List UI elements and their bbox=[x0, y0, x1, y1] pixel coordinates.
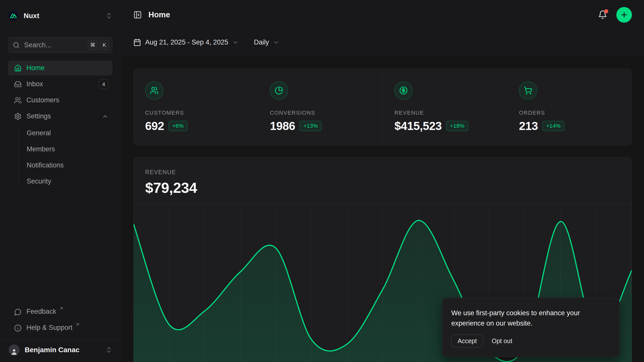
revenue-value: $79,234 bbox=[145, 179, 620, 196]
chevrons-up-down-icon bbox=[105, 346, 112, 353]
external-link-icon bbox=[75, 322, 80, 327]
header-actions bbox=[598, 7, 632, 23]
inbox-icon bbox=[14, 80, 22, 88]
optout-cookies-button[interactable]: Opt out bbox=[491, 335, 513, 347]
stat-delta-badge: +14% bbox=[542, 121, 564, 131]
workspace-switcher[interactable]: Nuxt bbox=[8, 6, 112, 26]
add-button[interactable] bbox=[616, 7, 632, 23]
date-range-label: Aug 21, 2025 - Sep 4, 2025 bbox=[145, 38, 228, 46]
sidebar-item-label: Settings bbox=[26, 112, 97, 120]
stat-delta-badge: +6% bbox=[169, 121, 187, 131]
chevrons-up-down-icon bbox=[105, 12, 112, 19]
accept-cookies-button[interactable]: Accept bbox=[451, 335, 483, 347]
user-menu[interactable]: Benjamin Canac bbox=[8, 339, 112, 362]
nuxt-logo-icon bbox=[8, 11, 19, 21]
chart-pie-icon bbox=[270, 81, 288, 100]
message-bubble-icon bbox=[14, 308, 22, 316]
chevron-down-icon bbox=[273, 39, 279, 46]
sidebar-item-notifications[interactable]: Notifications bbox=[27, 158, 112, 173]
circle-dollar-icon bbox=[394, 81, 413, 100]
stat-value: 213 bbox=[519, 119, 538, 133]
stat-delta-badge: +13% bbox=[300, 121, 321, 131]
plus-icon bbox=[620, 11, 628, 19]
cookie-actions: Accept Opt out bbox=[451, 335, 610, 347]
sidebar-item-feedback[interactable]: Feedback bbox=[8, 305, 112, 320]
sidebar-item-home[interactable]: Home bbox=[8, 61, 112, 75]
gear-icon bbox=[14, 113, 22, 120]
user-name: Benjamin Canac bbox=[25, 346, 100, 354]
revenue-card-header: REVENUE $79,234 bbox=[134, 157, 632, 196]
external-link-icon bbox=[59, 306, 64, 311]
app-root: Nuxt Search... ⌘ K Home bbox=[0, 0, 644, 362]
sidebar-item-settings[interactable]: Settings bbox=[8, 109, 112, 124]
search-input[interactable]: Search... ⌘ K bbox=[8, 37, 112, 53]
search-placeholder: Search... bbox=[24, 41, 83, 49]
kbd-key: K bbox=[100, 40, 109, 50]
stat-revenue[interactable]: REVENUE $415,523 +18% bbox=[383, 69, 507, 145]
stat-orders[interactable]: ORDERS 213 +14% bbox=[507, 69, 632, 145]
sidebar-footer: Feedback Help & Support bbox=[8, 305, 112, 336]
settings-subnav: General Members Notifications Security bbox=[18, 126, 112, 189]
sidebar-item-label: Help & Support bbox=[26, 324, 72, 332]
revenue-label: REVENUE bbox=[145, 169, 620, 176]
chevron-up-icon bbox=[102, 113, 108, 120]
workspace-name: Nuxt bbox=[24, 12, 100, 20]
stat-customers[interactable]: CUSTOMERS 692 +6% bbox=[134, 69, 258, 145]
granularity-label: Daily bbox=[254, 38, 269, 46]
user-avatar bbox=[9, 344, 20, 355]
stat-label: REVENUE bbox=[394, 110, 496, 116]
sidebar-item-label: Inbox bbox=[26, 80, 94, 88]
page-title: Home bbox=[148, 10, 598, 19]
stat-label: CUSTOMERS bbox=[145, 110, 247, 116]
date-range-picker[interactable]: Aug 21, 2025 - Sep 4, 2025 bbox=[133, 38, 239, 46]
sidebar-item-general[interactable]: General bbox=[27, 126, 112, 141]
granularity-select[interactable]: Daily bbox=[254, 38, 279, 46]
info-circle-icon bbox=[14, 324, 22, 332]
stat-delta-badge: +18% bbox=[446, 121, 468, 131]
sidebar: Nuxt Search... ⌘ K Home bbox=[0, 0, 120, 362]
kbd-meta: ⌘ bbox=[88, 40, 98, 50]
stat-value: 1986 bbox=[270, 119, 295, 133]
stat-value: $415,523 bbox=[394, 119, 442, 133]
users-icon bbox=[145, 81, 163, 100]
cookie-message: We use first-party cookies to enhance yo… bbox=[451, 308, 602, 329]
stat-label: ORDERS bbox=[519, 110, 620, 116]
stats-summary-card: CUSTOMERS 692 +6% CONVERSIONS 1986 +13% bbox=[133, 69, 632, 145]
notification-dot bbox=[604, 9, 608, 13]
search-icon bbox=[13, 42, 20, 49]
sidebar-item-help-support[interactable]: Help & Support bbox=[8, 321, 112, 336]
search-shortcut: ⌘ K bbox=[88, 40, 109, 50]
sidebar-item-label: Customers bbox=[26, 96, 108, 104]
cookie-consent-toast: We use first-party cookies to enhance yo… bbox=[442, 298, 620, 357]
sidebar-item-security[interactable]: Security bbox=[27, 174, 112, 189]
users-icon bbox=[14, 97, 22, 104]
stat-label: CONVERSIONS bbox=[270, 110, 371, 116]
notifications-button[interactable] bbox=[598, 10, 607, 19]
inbox-count-badge: 4 bbox=[99, 79, 108, 89]
sidebar-nav: Home Inbox 4 Customers Settings bbox=[8, 61, 112, 305]
home-icon bbox=[14, 64, 22, 72]
calendar-icon bbox=[133, 38, 141, 46]
chevron-down-icon bbox=[232, 39, 239, 46]
stat-conversions[interactable]: CONVERSIONS 1986 +13% bbox=[258, 69, 383, 145]
sidebar-collapse-icon[interactable] bbox=[133, 11, 142, 19]
sidebar-item-customers[interactable]: Customers bbox=[8, 93, 112, 108]
sidebar-item-members[interactable]: Members bbox=[27, 142, 112, 157]
page-header: Home bbox=[120, 0, 644, 30]
sidebar-item-label: Feedback bbox=[26, 308, 56, 315]
stat-value: 692 bbox=[145, 119, 164, 133]
sidebar-item-label: Home bbox=[26, 64, 108, 72]
filters-toolbar: Aug 21, 2025 - Sep 4, 2025 Daily bbox=[120, 30, 644, 55]
sidebar-item-inbox[interactable]: Inbox 4 bbox=[8, 77, 112, 92]
shopping-cart-icon bbox=[519, 81, 537, 100]
